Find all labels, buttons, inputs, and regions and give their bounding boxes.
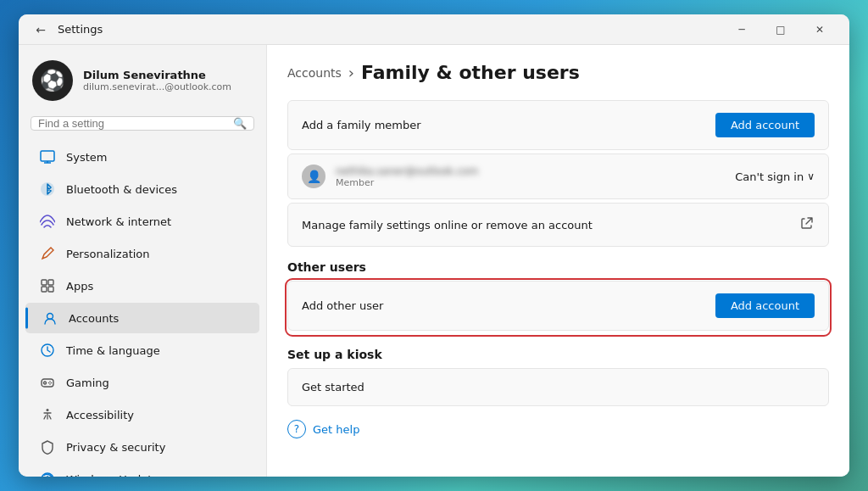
- update-icon: [39, 471, 56, 477]
- sidebar-item-accounts[interactable]: Accounts: [25, 303, 259, 333]
- close-button[interactable]: ✕: [800, 14, 839, 45]
- content-area: ⚽ Dilum Senevirathne dilum.senevirat...@…: [19, 45, 849, 477]
- sidebar-label-privacy: Privacy & security: [66, 441, 165, 454]
- svg-rect-4: [42, 280, 47, 285]
- search-input[interactable]: [38, 117, 228, 130]
- breadcrumb-sep: ›: [348, 64, 354, 81]
- member-email: nethika.saner@outlook.com: [336, 165, 725, 177]
- external-link-icon[interactable]: [799, 215, 815, 234]
- add-other-user-card: Add other user Add account: [287, 281, 829, 331]
- kiosk-card: Get started: [287, 368, 829, 406]
- sidebar-item-accessibility[interactable]: Accessibility: [25, 399, 259, 430]
- add-other-user-button[interactable]: Add account: [715, 293, 815, 318]
- title-bar: ← Settings ─ □ ✕: [19, 14, 849, 45]
- sidebar-item-apps[interactable]: Apps: [25, 271, 259, 301]
- cant-sign-in-button[interactable]: Can't sign in ∨: [735, 170, 815, 183]
- svg-point-13: [49, 381, 51, 382]
- page-title: Family & other users: [361, 62, 580, 83]
- search-box[interactable]: 🔍: [31, 116, 254, 131]
- minimize-button[interactable]: ─: [722, 14, 761, 45]
- network-icon: [39, 213, 56, 230]
- main-content: Accounts › Family & other users Add a fa…: [266, 45, 849, 477]
- sidebar-item-time[interactable]: Time & language: [25, 335, 259, 365]
- window-controls: ─ □ ✕: [722, 14, 839, 45]
- sidebar-item-bluetooth[interactable]: Bluetooth & devices: [25, 174, 259, 204]
- bluetooth-icon: [39, 181, 56, 198]
- kiosk-section-title: Set up a kiosk: [287, 348, 829, 361]
- user-email: dilum.senevirat...@outlook.com: [83, 81, 231, 92]
- sidebar-label-gaming: Gaming: [66, 377, 109, 389]
- get-help-row[interactable]: ? Get help: [287, 420, 829, 438]
- accessibility-icon: [39, 406, 56, 423]
- member-role: Member: [336, 177, 725, 188]
- settings-window: ← Settings ─ □ ✕ ⚽ Dilum Senevirathne di…: [19, 14, 849, 477]
- gaming-icon: [39, 374, 56, 391]
- svg-point-12: [44, 382, 47, 384]
- get-help-label: Get help: [313, 423, 359, 436]
- sidebar-label-time: Time & language: [66, 344, 160, 357]
- svg-point-14: [49, 383, 51, 385]
- member-info: nethika.saner@outlook.com Member: [336, 165, 725, 188]
- sidebar-item-update[interactable]: Windows Update: [25, 464, 259, 477]
- privacy-icon: [39, 438, 56, 455]
- add-family-button[interactable]: Add account: [715, 113, 815, 137]
- user-info: Dilum Senevirathne dilum.senevirat...@ou…: [83, 69, 231, 92]
- get-started-label: Get started: [302, 381, 815, 393]
- avatar: ⚽: [32, 60, 73, 101]
- apps-icon: [39, 277, 56, 294]
- svg-rect-6: [42, 287, 47, 292]
- sidebar-label-personalization: Personalization: [66, 248, 150, 260]
- svg-rect-0: [41, 151, 54, 161]
- sidebar-label-accessibility: Accessibility: [66, 409, 134, 421]
- manage-label: Manage family settings online or remove …: [302, 219, 799, 232]
- back-button[interactable]: ←: [29, 18, 53, 42]
- sidebar-label-system: System: [66, 151, 107, 164]
- maximize-button[interactable]: □: [761, 14, 800, 45]
- cant-sign-in-label: Can't sign in: [735, 170, 804, 183]
- search-icon: 🔍: [233, 117, 247, 130]
- add-family-card: Add a family member Add account: [287, 100, 829, 150]
- sidebar-item-network[interactable]: Network & internet: [25, 206, 259, 237]
- active-indicator: [25, 307, 28, 328]
- sidebar-label-accounts: Accounts: [69, 312, 119, 325]
- window-title: Settings: [58, 23, 722, 36]
- breadcrumb: Accounts: [287, 66, 342, 80]
- system-icon: [39, 148, 56, 165]
- sidebar: ⚽ Dilum Senevirathne dilum.senevirat...@…: [19, 45, 266, 477]
- sidebar-item-gaming[interactable]: Gaming: [25, 367, 259, 398]
- accounts-icon: [42, 310, 58, 326]
- sidebar-item-accounts-wrapper: Accounts: [25, 303, 259, 333]
- svg-rect-7: [48, 287, 53, 292]
- add-family-label: Add a family member: [302, 119, 705, 131]
- manage-family-card[interactable]: Manage family settings online or remove …: [287, 203, 829, 247]
- user-name: Dilum Senevirathne: [83, 69, 231, 81]
- svg-point-17: [47, 409, 49, 411]
- page-header: Accounts › Family & other users: [287, 62, 829, 83]
- sidebar-label-bluetooth: Bluetooth & devices: [66, 183, 177, 196]
- sidebar-item-privacy[interactable]: Privacy & security: [25, 432, 259, 462]
- svg-rect-5: [48, 280, 53, 285]
- sidebar-item-personalization[interactable]: Personalization: [25, 238, 259, 269]
- chevron-down-icon: ∨: [807, 170, 815, 182]
- svg-point-15: [48, 382, 50, 384]
- sidebar-label-apps: Apps: [66, 280, 93, 293]
- personalization-icon: [39, 245, 56, 262]
- other-users-section-title: Other users: [287, 260, 829, 274]
- family-member-card: 👤 nethika.saner@outlook.com Member Can't…: [287, 153, 829, 199]
- help-icon: ?: [287, 420, 306, 438]
- add-other-user-label: Add other user: [302, 299, 705, 312]
- user-profile: ⚽ Dilum Senevirathne dilum.senevirat...@…: [19, 45, 266, 113]
- sidebar-label-update: Windows Update: [66, 473, 159, 477]
- add-other-user-wrapper: Add other user Add account: [287, 281, 829, 334]
- time-icon: [39, 342, 56, 359]
- member-avatar: 👤: [302, 165, 326, 188]
- sidebar-item-system[interactable]: System: [25, 142, 259, 172]
- sidebar-label-network: Network & internet: [66, 215, 171, 228]
- svg-point-16: [51, 382, 53, 384]
